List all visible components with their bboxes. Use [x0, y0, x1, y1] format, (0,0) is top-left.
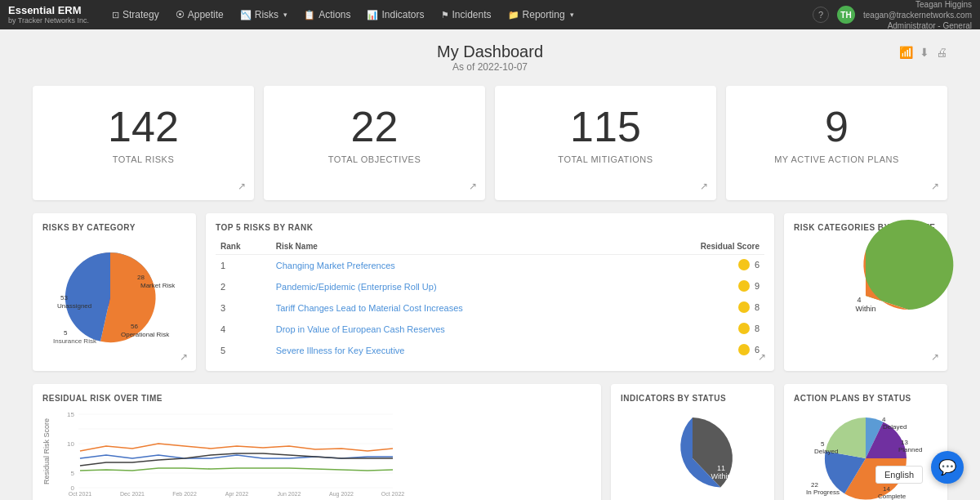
risk-link[interactable]: Pandemic/Epidemic (Enterprise Roll Up)	[276, 282, 437, 292]
top-navigation: Essential ERM by Tracker Networks Inc. ⊡…	[0, 0, 980, 29]
svg-text:Oct 2021: Oct 2021	[69, 491, 92, 497]
reporting-icon: 📁	[508, 10, 519, 20]
top5-risks-table: Rank Risk Name Residual Score 1 Changing…	[216, 239, 764, 361]
avatar: TH	[837, 6, 855, 24]
risks-icon: 📉	[240, 10, 252, 20]
active-action-plans-number: 9	[739, 105, 934, 148]
y-axis-label: Residual Risk Score	[42, 406, 51, 496]
svg-text:53: 53	[60, 294, 68, 301]
help-button[interactable]: ?	[813, 7, 829, 23]
nav-indicators[interactable]: 📊 Indicators	[360, 0, 430, 29]
rank-cell: 3	[216, 297, 271, 319]
svg-text:Oct 2022: Oct 2022	[381, 491, 405, 497]
risk-name-cell: Tariff Changes Lead to Material Cost Inc…	[271, 297, 637, 319]
total-mitigations-link[interactable]: ↗	[700, 181, 708, 192]
middle-row: RISKS BY CATEGORY	[33, 213, 947, 371]
table-row: 5 Severe Illness for Key Executive 6	[216, 340, 764, 361]
svg-text:10: 10	[67, 440, 74, 448]
svg-text:Planned: Planned	[898, 446, 922, 453]
top5-risks-link[interactable]: ↗	[758, 351, 766, 363]
brand: Essential ERM by Tracker Networks Inc.	[8, 4, 89, 25]
table-row: 3 Tariff Changes Lead to Material Cost I…	[216, 297, 764, 319]
dashboard-header: 📶 ⬇ 🖨 My Dashboard As of 2022-10-07	[33, 42, 947, 73]
table-row: 2 Pandemic/Epidemic (Enterprise Roll Up)…	[216, 276, 764, 297]
svg-text:13: 13	[901, 439, 908, 446]
svg-text:Operational Risk: Operational Risk	[121, 331, 170, 338]
svg-text:5: 5	[71, 470, 75, 477]
svg-text:4: 4	[857, 296, 861, 304]
score-dot-indicator	[738, 259, 750, 270]
svg-text:5: 5	[821, 440, 825, 448]
indicators-icon: 📊	[367, 10, 378, 20]
print-icon[interactable]: 🖨	[936, 46, 947, 59]
appetite-chart-link[interactable]: ↗	[931, 351, 939, 363]
svg-text:Aug 2022: Aug 2022	[329, 491, 354, 498]
brand-title: Essential ERM	[8, 4, 89, 17]
nav-risks[interactable]: 📉 Risks ▾	[234, 0, 294, 29]
risks-by-category-link[interactable]: ↗	[180, 351, 188, 363]
nav-strategy-label: Strategy	[122, 9, 159, 20]
score-cell: 6	[636, 255, 764, 277]
stat-card-action-plans: 9 MY ACTIVE ACTION PLANS ↗	[726, 86, 947, 200]
svg-text:14: 14	[883, 485, 890, 493]
header-icons: 📶 ⬇ 🖨	[899, 46, 947, 59]
svg-text:Within: Within	[710, 472, 731, 480]
svg-text:11: 11	[717, 464, 725, 472]
language-button[interactable]: English	[875, 466, 923, 484]
stat-card-objectives: 22 TOTAL OBJECTIVES ↗	[264, 86, 485, 200]
risk-categories-appetite-card: RISK CATEGORIES BY APPETITE 4 Within ↗	[784, 213, 947, 371]
main-content: 📶 ⬇ 🖨 My Dashboard As of 2022-10-07 142 …	[0, 29, 980, 500]
svg-text:22: 22	[811, 481, 818, 489]
rank-cell: 2	[216, 276, 271, 297]
score-cell: 8	[636, 297, 764, 319]
active-action-plans-link[interactable]: ↗	[931, 181, 939, 192]
nav-reporting-label: Reporting	[523, 9, 565, 20]
risk-link[interactable]: Drop in Value of European Cash Reserves	[276, 324, 445, 334]
svg-text:Market Risk: Market Risk	[140, 282, 176, 289]
total-objectives-label: TOTAL OBJECTIVES	[277, 154, 472, 164]
score-cell: 6	[636, 340, 764, 361]
nav-reporting[interactable]: 📁 Reporting ▾	[501, 0, 581, 29]
risks-dropdown-icon: ▾	[283, 11, 287, 19]
risk-name-cell: Severe Illness for Key Executive	[271, 340, 637, 361]
action-plans-status-title: ACTION PLANS BY STATUS	[794, 394, 938, 403]
download-icon[interactable]: ⬇	[920, 46, 929, 59]
svg-text:In Progress: In Progress	[806, 489, 840, 496]
svg-text:Insurance Risk: Insurance Risk	[53, 337, 97, 345]
reporting-dropdown-icon: ▾	[570, 11, 574, 19]
nav-incidents[interactable]: ⚑ Incidents	[434, 0, 498, 29]
action-plans-status-card: ACTION PLANS BY STATUS	[784, 384, 947, 500]
total-risks-label: TOTAL RISKS	[46, 154, 241, 164]
nav-appetite[interactable]: ⦿ Appetite	[169, 0, 230, 29]
total-objectives-number: 22	[277, 105, 472, 148]
chat-button[interactable]: 💬	[931, 451, 964, 484]
dashboard-subtitle: As of 2022-10-07	[33, 61, 947, 73]
svg-text:56: 56	[131, 323, 138, 330]
residual-risk-title: RESIDUAL RISK OVER TIME	[42, 394, 591, 403]
stat-cards: 142 TOTAL RISKS ↗ 22 TOTAL OBJECTIVES ↗ …	[33, 86, 947, 200]
appetite-chart: 4 Within	[794, 239, 938, 353]
score-dot-indicator	[738, 280, 750, 292]
nav-actions[interactable]: 📋 Actions	[297, 0, 357, 29]
table-row: 4 Drop in Value of European Cash Reserve…	[216, 319, 764, 340]
svg-text:Unassigned: Unassigned	[57, 302, 91, 310]
user-info: Teagan Higgins teagan@trackernetworks.co…	[863, 0, 972, 31]
total-mitigations-number: 115	[508, 105, 703, 148]
svg-text:Within: Within	[855, 305, 875, 313]
risks-by-category-card: RISKS BY CATEGORY	[33, 213, 196, 371]
total-objectives-link[interactable]: ↗	[469, 181, 477, 192]
col-residual-score: Residual Score	[636, 239, 764, 255]
risk-link[interactable]: Changing Market Preferences	[276, 261, 395, 270]
total-risks-link[interactable]: ↗	[238, 181, 246, 192]
wifi-icon[interactable]: 📶	[899, 46, 913, 59]
stat-card-mitigations: 115 TOTAL MITIGATIONS ↗	[495, 86, 716, 200]
table-row: 1 Changing Market Preferences 6	[216, 255, 764, 277]
col-rank: Rank	[216, 239, 271, 255]
risk-link[interactable]: Severe Illness for Key Executive	[276, 346, 405, 355]
risks-by-category-chart: 28 Market Risk 53 Unassigned 56 Operatio…	[42, 239, 186, 353]
line-chart-svg: 15 10 5 0 Oct 2021 Dec 2021 Fe	[54, 406, 397, 496]
actions-icon: 📋	[304, 10, 315, 20]
user-email: teagan@trackernetworks.com	[863, 10, 972, 20]
nav-strategy[interactable]: ⊡ Strategy	[105, 0, 166, 29]
risk-link[interactable]: Tariff Changes Lead to Material Cost Inc…	[276, 303, 463, 313]
